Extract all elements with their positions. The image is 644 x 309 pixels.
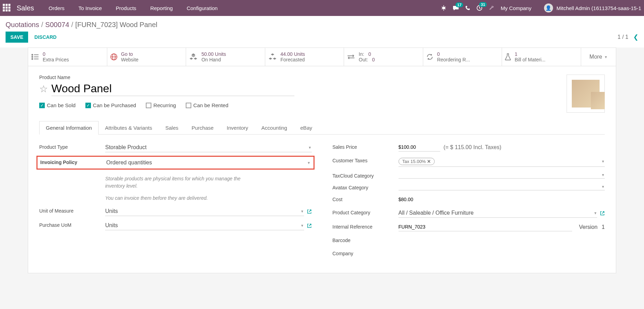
favorite-star-icon[interactable]: ☆ — [39, 83, 48, 95]
checkbox-can-be-purchased[interactable]: ✓Can be Purchased — [85, 102, 136, 108]
taxcloud-select[interactable]: ▼ — [399, 172, 605, 179]
remove-tax-icon[interactable]: ✕ — [427, 159, 431, 164]
save-button[interactable]: SAVE — [6, 32, 28, 43]
product-name-input[interactable] — [51, 81, 294, 96]
messages-icon[interactable]: 17 — [453, 5, 459, 11]
nav-reporting[interactable]: Reporting — [145, 2, 178, 14]
tab-general-information[interactable]: General Information — [39, 121, 99, 135]
user-menu[interactable]: 👤 Mitchell Admin (16113754-saas-15-1 — [544, 3, 641, 12]
help-text-2: You can invoice them before they are del… — [105, 195, 258, 202]
breadcrumb: Quotations / S00074 / [FURN_7023] Wood P… — [6, 21, 157, 29]
right-column: Sales Price (= $ 115.00 Incl. Taxes) Cus… — [333, 143, 605, 256]
avatax-label: Avatax Category — [333, 183, 399, 190]
globe-icon — [110, 53, 118, 61]
product-type-select[interactable]: Storable Product ▼ — [105, 143, 312, 152]
uom-select[interactable]: Units ▼ — [105, 207, 304, 216]
sales-price-input[interactable] — [399, 143, 440, 152]
internal-ref-label: Internal Reference — [333, 223, 399, 230]
bug-icon[interactable] — [441, 5, 446, 11]
external-link-icon[interactable] — [307, 223, 312, 228]
breadcrumb-order[interactable]: S00074 — [45, 21, 69, 29]
sales-price-note: (= $ 115.00 Incl. Taxes) — [444, 144, 501, 151]
svg-point-0 — [442, 7, 445, 9]
version-value: 1 — [602, 224, 605, 230]
stat-buttons-row: 0Extra Prices Go toWebsite 50.00 UnitsOn… — [28, 48, 616, 66]
external-link-icon[interactable] — [600, 211, 605, 216]
stat-website[interactable]: Go toWebsite — [107, 48, 186, 66]
pager: 1 / 1 ❮ — [618, 33, 638, 41]
form-sheet: 0Extra Prices Go toWebsite 50.00 UnitsOn… — [28, 48, 616, 273]
product-category-select[interactable]: All / Saleable / Office Furniture ▼ — [399, 208, 597, 218]
tab-sales[interactable]: Sales — [159, 121, 185, 134]
tab-accounting[interactable]: Accounting — [255, 121, 294, 134]
nav-configuration[interactable]: Configuration — [182, 2, 223, 14]
avatar: 👤 — [544, 3, 553, 12]
activities-icon[interactable]: 31 — [476, 5, 483, 11]
app-brand[interactable]: Sales — [17, 4, 34, 12]
uom-label: Unit of Measure — [39, 207, 105, 214]
svg-line-5 — [442, 9, 443, 9]
purchase-uom-select[interactable]: Units ▼ — [105, 221, 304, 230]
checkbox-recurring[interactable]: Recurring — [146, 102, 176, 108]
stat-forecasted[interactable]: 44.00 UnitsForecasted — [265, 48, 344, 66]
stat-bom[interactable]: 1Bill of Materi... — [502, 48, 581, 66]
svg-line-4 — [445, 7, 446, 7]
product-name-label: Product Name — [39, 75, 560, 80]
tab-inventory[interactable]: Inventory — [220, 121, 255, 134]
cost-input[interactable] — [399, 195, 440, 204]
pager-text: 1 / 1 — [618, 34, 628, 40]
tab-purchase[interactable]: Purchase — [185, 121, 220, 134]
stat-on-hand[interactable]: 50.00 UnitsOn Hand — [186, 48, 265, 66]
caret-down-icon: ▼ — [307, 161, 311, 165]
external-link-icon[interactable] — [307, 209, 312, 214]
svg-point-10 — [32, 57, 33, 58]
svg-line-3 — [442, 7, 443, 7]
barcode-label: Barcode — [333, 236, 399, 243]
breadcrumb-current: [FURN_7023] Wood Panel — [75, 21, 157, 29]
stat-in-out[interactable]: In:0 Out:0 — [344, 48, 423, 66]
caret-down-icon: ▼ — [301, 224, 304, 228]
cubes-icon — [268, 53, 277, 61]
refresh-icon — [426, 53, 434, 61]
customer-taxes-label: Customer Taxes — [333, 156, 399, 163]
invoicing-policy-highlight: Invoicing Policy Ordered quantities ▼ — [36, 156, 315, 170]
stat-reordering[interactable]: 0Reordering R... — [423, 48, 502, 66]
nav-to-invoice[interactable]: To Invoice — [74, 2, 107, 14]
tab-ebay[interactable]: eBay — [294, 121, 319, 134]
checkbox-can-be-sold[interactable]: ✓Can be Sold — [39, 102, 76, 108]
pager-next-icon[interactable]: ❮ — [633, 33, 638, 41]
breadcrumb-quotations[interactable]: Quotations — [6, 21, 39, 29]
tax-tag[interactable]: Tax 15.00%✕ — [399, 158, 435, 165]
nav-products[interactable]: Products — [111, 2, 141, 14]
svg-point-8 — [32, 54, 33, 55]
stat-more[interactable]: More ▼ — [581, 48, 616, 66]
customer-taxes-select[interactable]: Tax 15.00%✕ ▼ — [399, 156, 605, 167]
flask-icon — [505, 53, 511, 61]
caret-down-icon: ▼ — [301, 209, 304, 213]
version-label: Version — [579, 224, 597, 230]
checkbox-can-be-rented[interactable]: Can be Rented — [186, 102, 228, 108]
taxcloud-label: TaxCloud Category — [333, 172, 399, 179]
barcode-input[interactable] — [399, 236, 605, 244]
tab-attributes-variants[interactable]: Attributes & Variants — [99, 121, 159, 134]
stat-extra-prices[interactable]: 0Extra Prices — [28, 48, 107, 66]
invoicing-policy-select[interactable]: Ordered quantities ▼ — [106, 158, 311, 167]
checkbox-row: ✓Can be Sold ✓Can be Purchased Recurring… — [39, 102, 560, 108]
cost-label: Cost — [333, 195, 399, 202]
discard-button[interactable]: DISCARD — [34, 34, 57, 40]
tools-icon[interactable] — [489, 5, 494, 11]
messages-badge: 17 — [455, 2, 463, 7]
system-tray: 17 31 My Company 👤 Mitchell Admin (16113… — [441, 3, 641, 12]
company-label: Company — [333, 249, 399, 256]
nav-orders[interactable]: Orders — [44, 2, 69, 14]
avatax-select[interactable]: ▼ — [399, 183, 605, 190]
company-selector[interactable]: My Company — [501, 5, 531, 11]
product-image[interactable] — [567, 75, 605, 113]
product-type-label: Product Type — [39, 143, 105, 150]
phone-icon[interactable] — [465, 6, 470, 10]
help-text-1: Storable products are physical items for… — [105, 175, 258, 190]
caret-down-icon: ▼ — [308, 146, 312, 149]
activities-badge: 31 — [479, 2, 487, 7]
internal-ref-input[interactable] — [399, 223, 572, 231]
apps-icon[interactable] — [3, 4, 11, 12]
